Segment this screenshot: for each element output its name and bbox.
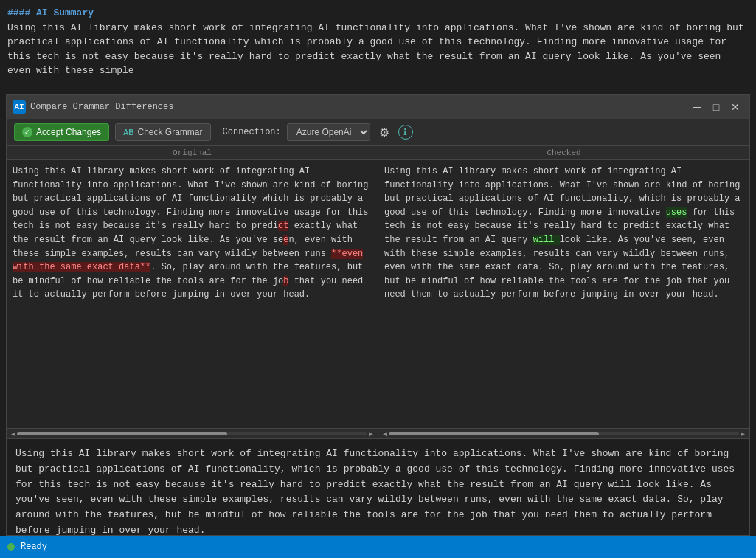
settings-button[interactable]: ⚙ <box>376 124 392 141</box>
scroll-right-arrow-2[interactable]: ▶ <box>739 430 746 438</box>
checked-header: Checked <box>378 146 749 160</box>
original-content[interactable]: Using this AI library makes short work o… <box>7 160 378 428</box>
maximize-button[interactable]: □ <box>708 99 724 115</box>
dialog-title: Compare Grammar Differences <box>30 102 684 112</box>
comparison-row: Original Using this AI library makes sho… <box>7 146 749 429</box>
minimize-button[interactable]: ─ <box>689 99 705 115</box>
scrollbar-track-2[interactable] <box>389 432 739 435</box>
status-bar: Ready <box>0 536 756 558</box>
original-scrollbar[interactable]: ◀ ▶ <box>7 429 378 438</box>
checkmark-icon: ✓ <box>22 127 32 137</box>
original-text: Using this AI library makes short work o… <box>13 166 368 300</box>
scrollbar-track-1[interactable] <box>17 432 367 435</box>
scroll-right-arrow-1[interactable]: ▶ <box>367 430 375 438</box>
content-area: Original Using this AI library makes sho… <box>7 146 749 535</box>
accept-changes-button[interactable]: ✓ Accept Changes <box>14 123 109 141</box>
status-label: Ready <box>21 542 47 552</box>
connection-select[interactable]: Azure OpenAiOpenAILocal <box>287 123 370 141</box>
compare-grammar-dialog: AI Compare Grammar Differences ─ □ ✕ ✓ A… <box>6 94 750 536</box>
original-header: Original <box>7 146 378 160</box>
scrollbar-row: ◀ ▶ ◀ ▶ <box>7 429 749 439</box>
dialog-toolbar: ✓ Accept Changes AB Check Grammar Connec… <box>7 119 749 146</box>
dialog-title-bar: AI Compare Grammar Differences ─ □ ✕ <box>7 95 749 119</box>
close-button[interactable]: ✕ <box>727 99 743 115</box>
checked-text: Using this AI library makes short work o… <box>384 166 740 300</box>
checked-content[interactable]: Using this AI library makes short work o… <box>378 160 749 428</box>
deleted-text-4: b <box>283 276 288 286</box>
original-panel: Original Using this AI library makes sho… <box>7 146 378 428</box>
inserted-text-2: will <box>533 235 560 245</box>
inserted-text-1: uses <box>666 207 687 218</box>
connection-label: Connection: <box>223 127 281 137</box>
deleted-text-1: ct <box>278 221 288 231</box>
dialog-icon: AI <box>13 100 26 114</box>
scrollbar-thumb-2[interactable] <box>389 432 599 435</box>
scroll-left-arrow-1[interactable]: ◀ <box>10 430 17 438</box>
checked-scrollbar[interactable]: ◀ ▶ <box>378 429 749 438</box>
editor-body: Using this AI library makes short work o… <box>7 21 749 78</box>
check-grammar-button[interactable]: AB Check Grammar <box>115 123 210 141</box>
deleted-text-3: **even with the same exact data** <box>13 249 363 273</box>
title-bar-controls: ─ □ ✕ <box>689 99 743 115</box>
result-area: Using this AI library makes short work o… <box>7 439 749 535</box>
checked-panel: Checked Using this AI library makes shor… <box>378 146 749 428</box>
info-button[interactable]: ℹ <box>398 125 413 140</box>
scrollbar-thumb-1[interactable] <box>17 432 227 435</box>
ab-icon: AB <box>123 128 133 137</box>
status-dot <box>7 543 15 551</box>
editor-heading: #### AI Summary <box>7 6 749 21</box>
scroll-left-arrow-2[interactable]: ◀ <box>381 430 389 438</box>
deleted-text-2: e <box>283 235 288 245</box>
background-editor: #### AI Summary Using this AI library ma… <box>0 0 756 94</box>
